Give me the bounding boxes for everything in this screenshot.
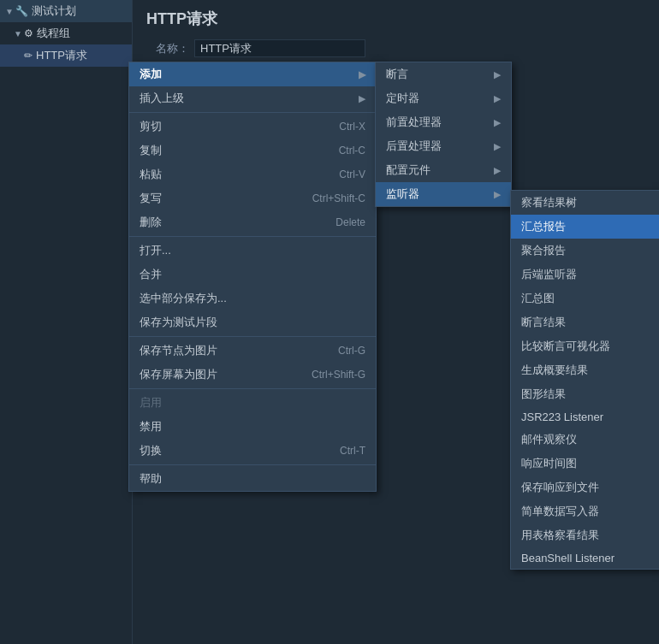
menu-item-response-time-graph-label: 响应时间图	[521, 456, 577, 471]
tree-item-test-plan[interactable]: ▼ 🔧 测试计划	[0, 0, 132, 22]
menu-item-cut-shortcut: Ctrl-X	[339, 121, 365, 133]
tree-panel: ▼ 🔧 测试计划 ▼ ⚙ 线程组 ✏ HTTP请求	[0, 0, 133, 644]
context-menu-level2: 断言 ▶ 定时器 ▶ 前置处理器 ▶ 后置处理器 ▶ 配置元件 ▶ 监听器 ▶	[375, 62, 512, 207]
menu-item-save-screen-img-shortcut: Ctrl+Shift-G	[312, 369, 365, 381]
menu-item-help-label: 帮助	[140, 471, 162, 487]
menu-item-config-element-arrow: ▶	[494, 165, 501, 176]
menu-item-save-node-img[interactable]: 保存节点为图片 Ctrl-G	[129, 339, 376, 363]
http-panel-title: HTTP请求	[146, 9, 645, 29]
menu-item-post-processor-label: 后置处理器	[386, 139, 442, 154]
menu-item-post-processor[interactable]: 后置处理器 ▶	[376, 134, 511, 158]
menu-item-delete-label: 删除	[140, 215, 162, 230]
menu-item-view-result-tree-label: 察看结果树	[521, 195, 577, 210]
menu-item-graph-results[interactable]: 图形结果	[511, 382, 659, 406]
menu-item-enable[interactable]: 启用	[129, 391, 376, 415]
menu-item-summary-graph[interactable]: 汇总图	[511, 287, 659, 310]
menu-item-post-processor-arrow: ▶	[494, 141, 501, 152]
menu-item-pre-processor-label: 前置处理器	[386, 115, 442, 130]
menu-item-paste-label: 粘贴	[140, 167, 162, 182]
menu-item-toggle[interactable]: 切换 Ctrl-T	[129, 439, 376, 463]
menu-item-duplicate-shortcut: Ctrl+Shift-C	[312, 192, 365, 204]
menu-item-listener-arrow: ▶	[494, 189, 501, 200]
tree-item-thread-group[interactable]: ▼ ⚙ 线程组	[0, 22, 132, 44]
menu-item-delete-shortcut: Delete	[335, 216, 365, 228]
menu-item-summary-report[interactable]: 汇总报告	[511, 215, 659, 239]
tree-item-http-request[interactable]: ✏ HTTP请求	[0, 44, 132, 67]
menu-item-open[interactable]: 打开...	[129, 239, 376, 263]
menu-item-merge[interactable]: 合并	[129, 263, 376, 287]
http-request-label: HTTP请求	[36, 48, 87, 63]
menu-item-copy[interactable]: 复制 Ctrl-C	[129, 139, 376, 162]
menu-sep-1	[129, 112, 376, 113]
menu-sep-5	[129, 464, 376, 465]
menu-item-assertion-arrow: ▶	[494, 69, 501, 80]
menu-item-simple-data-writer[interactable]: 简单数据写入器	[511, 499, 659, 523]
thread-group-icon: ⚙	[24, 27, 33, 39]
menu-item-graph-results-label: 图形结果	[521, 387, 566, 402]
menu-item-compare-assertion-viz-label: 比较断言可视化器	[521, 339, 610, 354]
menu-item-disable-label: 禁用	[140, 419, 162, 434]
menu-item-pre-processor[interactable]: 前置处理器 ▶	[376, 110, 511, 134]
menu-item-response-time-graph[interactable]: 响应时间图	[511, 452, 659, 476]
menu-item-delete[interactable]: 删除 Delete	[129, 210, 376, 234]
http-request-icon: ✏	[24, 50, 33, 62]
menu-item-aggregate-report-label: 聚合报告	[521, 243, 566, 258]
menu-item-insert-parent[interactable]: 插入上级 ▶	[129, 86, 376, 110]
menu-item-assertion[interactable]: 断言 ▶	[376, 62, 511, 86]
menu-item-enable-label: 启用	[140, 395, 162, 411]
menu-item-listener[interactable]: 监听器 ▶	[376, 182, 511, 206]
menu-item-assertion-label: 断言	[386, 67, 408, 82]
menu-item-aggregate-report[interactable]: 聚合报告	[511, 239, 659, 263]
menu-item-assertion-results[interactable]: 断言结果	[511, 310, 659, 334]
menu-item-assertion-results-label: 断言结果	[521, 315, 566, 330]
menu-item-insert-parent-label: 插入上级	[140, 91, 184, 106]
menu-item-save-screen-img-label: 保存屏幕为图片	[140, 367, 217, 382]
menu-item-paste-shortcut: Ctrl-V	[339, 168, 365, 180]
menu-item-save-snippet[interactable]: 保存为测试片段	[129, 310, 376, 334]
menu-item-timer[interactable]: 定时器 ▶	[376, 86, 511, 110]
menu-item-duplicate[interactable]: 复写 Ctrl+Shift-C	[129, 186, 376, 210]
menu-item-paste[interactable]: 粘贴 Ctrl-V	[129, 162, 376, 186]
test-plan-label: 测试计划	[32, 3, 76, 19]
menu-item-backend-listener-label: 后端监听器	[521, 267, 577, 282]
menu-item-save-snippet-label: 保存为测试片段	[140, 315, 217, 330]
menu-item-add[interactable]: 添加 ▶	[129, 62, 376, 86]
menu-item-jsr223-listener[interactable]: JSR223 Listener	[511, 406, 659, 428]
menu-item-backend-listener[interactable]: 后端监听器	[511, 263, 659, 287]
menu-item-copy-label: 复制	[140, 143, 162, 158]
menu-item-save-response-to-file[interactable]: 保存响应到文件	[511, 476, 659, 499]
menu-item-mail-observer-label: 邮件观察仪	[521, 432, 577, 447]
expand-arrow-test-plan: ▼	[5, 7, 14, 16]
menu-item-generate-summary[interactable]: 生成概要结果	[511, 358, 659, 382]
menu-item-save-response-to-file-label: 保存响应到文件	[521, 480, 599, 495]
menu-sep-4	[129, 388, 376, 389]
menu-item-insert-parent-arrow: ▶	[359, 93, 365, 104]
menu-item-summary-report-label: 汇总报告	[521, 219, 566, 234]
context-menu-level1: 添加 ▶ 插入上级 ▶ 剪切 Ctrl-X 复制 Ctrl-C 粘贴 Ctrl-…	[128, 62, 377, 492]
menu-item-help[interactable]: 帮助	[129, 467, 376, 491]
menu-item-config-element-label: 配置元件	[386, 162, 430, 178]
menu-item-generate-summary-label: 生成概要结果	[521, 363, 588, 378]
menu-sep-3	[129, 336, 376, 337]
menu-item-mail-observer[interactable]: 邮件观察仪	[511, 428, 659, 452]
thread-group-label: 线程组	[37, 26, 70, 41]
menu-item-simple-data-writer-label: 简单数据写入器	[521, 504, 599, 519]
menu-item-disable[interactable]: 禁用	[129, 415, 376, 439]
name-field-row: 名称：	[146, 39, 645, 57]
name-input[interactable]	[194, 39, 365, 57]
menu-item-view-results-in-table[interactable]: 用表格察看结果	[511, 523, 659, 547]
menu-item-view-result-tree[interactable]: 察看结果树	[511, 191, 659, 215]
menu-item-view-results-in-table-label: 用表格察看结果	[521, 528, 599, 543]
menu-item-listener-label: 监听器	[386, 186, 419, 202]
menu-item-timer-arrow: ▶	[494, 93, 501, 104]
menu-item-save-screen-img[interactable]: 保存屏幕为图片 Ctrl+Shift-G	[129, 363, 376, 387]
menu-item-beanshell-listener[interactable]: BeanShell Listener	[511, 547, 659, 569]
menu-item-save-part[interactable]: 选中部分保存为...	[129, 287, 376, 310]
menu-item-timer-label: 定时器	[386, 91, 419, 106]
menu-item-duplicate-label: 复写	[140, 191, 162, 206]
menu-item-save-part-label: 选中部分保存为...	[140, 291, 227, 306]
menu-item-config-element[interactable]: 配置元件 ▶	[376, 158, 511, 182]
menu-item-cut[interactable]: 剪切 Ctrl-X	[129, 115, 376, 139]
menu-item-save-node-img-shortcut: Ctrl-G	[338, 345, 365, 357]
menu-item-compare-assertion-viz[interactable]: 比较断言可视化器	[511, 334, 659, 358]
